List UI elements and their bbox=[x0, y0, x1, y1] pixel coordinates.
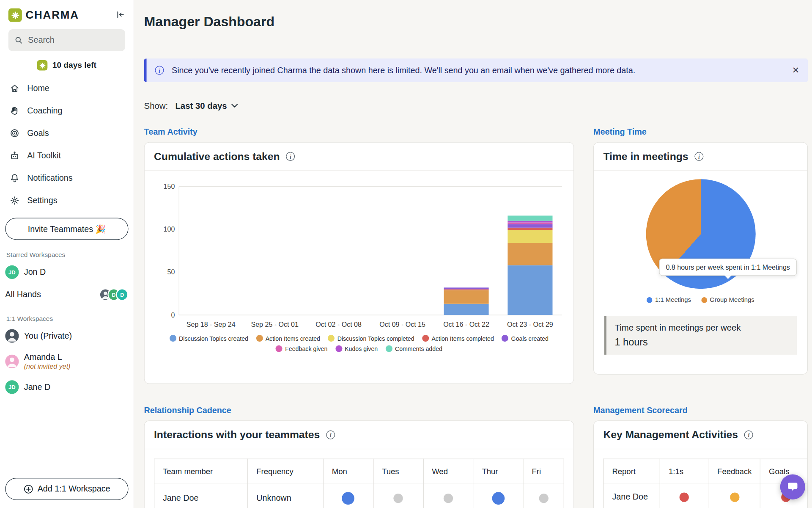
legend-dot bbox=[170, 335, 176, 342]
sidebar-item-settings[interactable]: Settings bbox=[5, 189, 128, 212]
legend-label: Feedback given bbox=[285, 345, 327, 352]
add-workspace-button[interactable]: Add 1:1 Workspace bbox=[5, 478, 128, 500]
charma-logo[interactable]: CHARMA bbox=[8, 8, 79, 22]
sidebar-item-label: Goals bbox=[27, 128, 49, 138]
frequency-value[interactable]: Unknown bbox=[248, 484, 324, 508]
search-input[interactable] bbox=[28, 36, 119, 45]
pie-tooltip: 0.8 hours per week spent in 1:1 Meetings bbox=[659, 259, 796, 276]
feedback-status-dot[interactable] bbox=[730, 492, 739, 502]
initials-avatar: JD bbox=[5, 265, 19, 279]
column-header: Feedback bbox=[709, 459, 760, 484]
meetings-summary-label: Time spent in meetings per week bbox=[615, 323, 789, 333]
svg-text:Sep 25 - Oct 01: Sep 25 - Oct 01 bbox=[251, 320, 299, 328]
chat-launcher-button[interactable] bbox=[780, 474, 805, 499]
logo-text: CHARMA bbox=[25, 9, 79, 22]
charma-logo-icon bbox=[8, 8, 22, 22]
workspace-item[interactable]: You (Private) bbox=[5, 324, 128, 347]
day-cell bbox=[523, 484, 564, 508]
day-cell bbox=[373, 484, 423, 508]
legend-label: Group Meetings bbox=[710, 296, 754, 304]
fri-status-dot[interactable] bbox=[539, 494, 548, 503]
notifications-icon bbox=[9, 173, 20, 183]
workspace-item[interactable]: JDJon D bbox=[5, 261, 128, 284]
relationship-cadence-link[interactable]: Relationship Cadence bbox=[144, 406, 574, 415]
day-cell bbox=[473, 484, 523, 508]
column-header: Fri bbox=[523, 459, 564, 484]
svg-text:0: 0 bbox=[171, 311, 175, 319]
sidebar-item-ai-toolkit[interactable]: AI Toolkit bbox=[5, 144, 128, 167]
legend-dot bbox=[702, 297, 708, 303]
sidebar-item-notifications[interactable]: Notifications bbox=[5, 167, 128, 189]
show-label: Show: bbox=[144, 101, 168, 110]
workspace-item-text: Jane D bbox=[24, 382, 51, 392]
filter-row: Show: Last 30 days bbox=[144, 101, 808, 110]
meeting-time-link[interactable]: Meeting Time bbox=[593, 127, 808, 137]
cumulative-actions-title: Cumulative actions taken bbox=[154, 150, 280, 162]
legend-label: Comments added bbox=[395, 345, 442, 352]
sidebar: CHARMA 10 days left HomeCoachingGoalsAI … bbox=[0, 0, 134, 508]
info-icon[interactable]: i bbox=[744, 431, 753, 439]
trial-label: 10 days left bbox=[52, 61, 96, 70]
workspace-item-name: All Hands bbox=[5, 290, 41, 300]
cumulative-actions-chart: 050100150Sep 18 - Sep 24Sep 25 - Oct 01O… bbox=[145, 171, 573, 365]
table-row: Jane Doe bbox=[604, 484, 808, 508]
legend-item: Goals created bbox=[502, 335, 549, 342]
svg-text:150: 150 bbox=[164, 182, 175, 190]
table-body: Jane DoeUnknown bbox=[154, 484, 564, 508]
meetings-summary-value: 1 hours bbox=[615, 337, 789, 348]
svg-text:Oct 09 - Oct 15: Oct 09 - Oct 15 bbox=[379, 320, 425, 328]
1:1s-status-dot[interactable] bbox=[680, 492, 689, 502]
legend-item: Action Items created bbox=[256, 335, 320, 342]
sidebar-item-label: Coaching bbox=[27, 106, 62, 115]
legend-item: Discussion Topics created bbox=[170, 335, 248, 342]
key-management-title: Key Management Activities bbox=[603, 429, 738, 441]
legend-dot bbox=[256, 335, 263, 342]
svg-text:Sep 18 - Sep 24: Sep 18 - Sep 24 bbox=[187, 320, 236, 328]
workspace-item[interactable]: JDJane D bbox=[5, 376, 128, 399]
svg-text:100: 100 bbox=[164, 225, 175, 233]
workspace-item[interactable]: Amanda L(not invited yet) bbox=[5, 348, 128, 376]
team-activity-link[interactable]: Team Activity bbox=[144, 127, 574, 137]
wed-status-dot[interactable] bbox=[444, 494, 453, 503]
sidebar-item-home[interactable]: Home bbox=[5, 77, 128, 99]
workspace-section-header: 1:1 Workspaces bbox=[6, 315, 127, 322]
management-scorecard-link[interactable]: Management Scorecard bbox=[593, 406, 808, 415]
legend-label: Kudos given bbox=[345, 345, 378, 352]
initials-avatar: JD bbox=[5, 381, 19, 394]
column-header: Mon bbox=[323, 459, 373, 484]
trial-star-icon bbox=[37, 60, 48, 71]
workspace-item-name: Jane D bbox=[24, 382, 51, 392]
report-name: Jane Doe bbox=[604, 484, 660, 508]
svg-text:Oct 16 - Oct 22: Oct 16 - Oct 22 bbox=[443, 320, 489, 328]
workspace-item[interactable]: All HandsDD bbox=[5, 284, 128, 306]
goals-icon bbox=[9, 128, 20, 138]
info-icon[interactable]: i bbox=[286, 152, 295, 161]
workspace-item-text: You (Private) bbox=[24, 331, 72, 341]
legend-dot bbox=[276, 345, 283, 352]
thur-status-dot[interactable] bbox=[492, 492, 505, 505]
info-icon[interactable]: i bbox=[694, 152, 703, 161]
workspace-item-note: (not invited yet) bbox=[24, 362, 71, 371]
workspace-item-text: Jon D bbox=[24, 267, 46, 278]
pie-legend-item: Group Meetings bbox=[702, 296, 754, 304]
invite-teammates-label: Invite Teammates 🎉 bbox=[28, 224, 106, 234]
banner-close-button[interactable]: ✕ bbox=[792, 65, 800, 76]
info-banner: i Since you've recently joined Charma th… bbox=[144, 58, 808, 82]
mon-status-dot[interactable] bbox=[342, 492, 355, 505]
invite-teammates-button[interactable]: Invite Teammates 🎉 bbox=[5, 218, 128, 240]
date-range-select[interactable]: Last 30 days bbox=[175, 101, 238, 110]
column-header: 1:1s bbox=[660, 459, 709, 484]
info-icon[interactable]: i bbox=[326, 431, 335, 439]
sidebar-collapse-button[interactable] bbox=[115, 8, 126, 22]
person-icon bbox=[5, 329, 19, 342]
tues-status-dot[interactable] bbox=[394, 494, 403, 503]
status-cell bbox=[660, 484, 709, 508]
sidebar-item-label: Notifications bbox=[27, 173, 73, 182]
search-box[interactable] bbox=[8, 29, 125, 51]
legend-label: 1:1 Meetings bbox=[655, 296, 691, 304]
time-in-meetings-title: Time in meetings bbox=[603, 150, 688, 162]
sidebar-item-goals[interactable]: Goals bbox=[5, 122, 128, 144]
workspace-item-name: You (Private) bbox=[24, 331, 72, 341]
time-in-meetings-card: Time in meetings i 0.8 hours per week sp… bbox=[593, 142, 808, 375]
sidebar-item-coaching[interactable]: Coaching bbox=[5, 99, 128, 121]
